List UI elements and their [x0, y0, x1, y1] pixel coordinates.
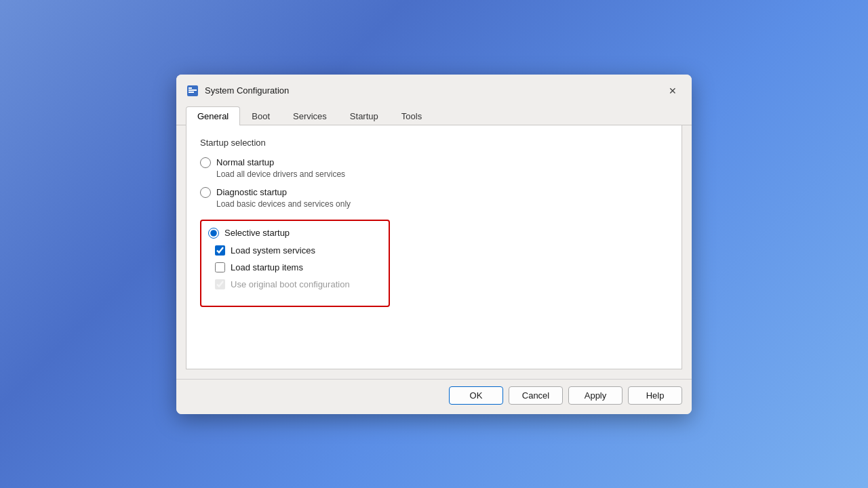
- use-original-boot-label: Use original boot configuration: [231, 279, 350, 289]
- tab-boot[interactable]: Boot: [240, 106, 281, 125]
- tab-tools[interactable]: Tools: [390, 106, 433, 125]
- diagnostic-startup-desc: Load basic devices and services only: [216, 199, 668, 209]
- svg-rect-1: [189, 89, 197, 91]
- app-icon: [186, 84, 199, 98]
- content-area: Startup selection Normal startup Load al…: [186, 125, 682, 369]
- tab-services[interactable]: Services: [281, 106, 338, 125]
- selective-startup-label: Selective startup: [224, 228, 290, 238]
- svg-rect-2: [189, 92, 194, 93]
- title-bar: System Configuration ✕: [176, 75, 692, 100]
- svg-rect-3: [189, 87, 192, 89]
- section-title: Startup selection: [200, 138, 668, 148]
- normal-startup-desc: Load all device drivers and services: [216, 169, 668, 179]
- selective-startup-radio[interactable]: [208, 228, 219, 239]
- ok-button[interactable]: OK: [449, 386, 503, 405]
- close-button[interactable]: ✕: [663, 81, 682, 100]
- selective-startup-row: Selective startup: [208, 228, 379, 239]
- load-system-services-label: Load system services: [231, 245, 315, 256]
- diagnostic-startup-row: Diagnostic startup: [200, 187, 668, 198]
- system-configuration-dialog: System Configuration ✕ General Boot Serv…: [176, 75, 692, 414]
- diagnostic-startup-option: Diagnostic startup Load basic devices an…: [200, 187, 668, 209]
- normal-startup-radio[interactable]: [200, 157, 211, 168]
- tabs-bar: General Boot Services Startup Tools: [176, 100, 692, 125]
- footer: OK Cancel Apply Help: [176, 379, 692, 414]
- title-bar-left: System Configuration: [186, 84, 289, 98]
- tab-startup[interactable]: Startup: [338, 106, 390, 125]
- help-button[interactable]: Help: [628, 386, 682, 405]
- load-startup-items-label: Load startup items: [231, 262, 303, 272]
- load-startup-items-checkbox[interactable]: [215, 262, 225, 272]
- apply-button[interactable]: Apply: [568, 386, 623, 405]
- normal-startup-option: Normal startup Load all device drivers a…: [200, 157, 668, 179]
- diagnostic-startup-radio[interactable]: [200, 187, 211, 198]
- use-original-boot-row: Use original boot configuration: [215, 279, 379, 289]
- diagnostic-startup-label: Diagnostic startup: [216, 187, 287, 197]
- load-system-services-checkbox[interactable]: [215, 245, 225, 256]
- tab-general[interactable]: General: [186, 106, 240, 125]
- use-original-boot-checkbox[interactable]: [215, 279, 225, 289]
- cancel-button[interactable]: Cancel: [509, 386, 563, 405]
- normal-startup-row: Normal startup: [200, 157, 668, 168]
- load-startup-items-row: Load startup items: [215, 262, 379, 272]
- selective-startup-box: Selective startup Load system services L…: [200, 220, 390, 307]
- normal-startup-label: Normal startup: [216, 157, 274, 167]
- load-system-services-row: Load system services: [215, 245, 379, 256]
- dialog-title: System Configuration: [205, 85, 289, 96]
